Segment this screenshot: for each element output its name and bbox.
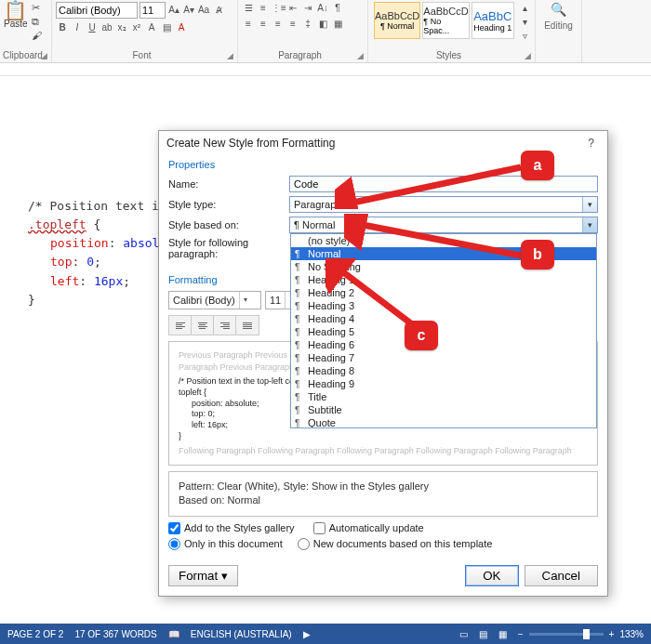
status-language[interactable]: ENGLISH (AUSTRALIA) [191,629,292,639]
read-mode-icon[interactable]: ▭ [459,629,468,639]
create-style-dialog: Create New Style from Formatting ? Prope… [158,130,608,597]
align-right-button[interactable] [214,316,236,335]
shading-icon[interactable]: ◧ [316,18,329,31]
only-this-doc-label: Only in this document [184,538,283,549]
paragraph-dialog-launcher-icon[interactable]: ◢ [357,51,364,60]
zoom-in-button[interactable]: + [609,629,615,639]
formatting-font-combo[interactable]: Calibri (Body)▾ [168,291,261,309]
italic-button[interactable]: I [71,21,84,34]
ok-button[interactable]: OK [465,565,518,586]
status-words[interactable]: 17 OF 367 WORDS [74,629,156,639]
cancel-button[interactable]: Cancel [525,565,599,586]
align-left-icon[interactable]: ≡ [242,18,255,31]
style-type-label: Style type: [168,199,289,210]
style-option[interactable]: ¶Heading 4 [291,312,596,325]
style-option[interactable]: ¶Heading 9 [291,377,596,390]
font-name-combo[interactable] [56,2,138,19]
font-color-icon[interactable]: A [175,21,188,34]
dialog-help-button[interactable]: ? [588,137,600,150]
clipboard-dialog-launcher-icon[interactable]: ◢ [41,51,47,60]
paste-button[interactable]: 📋 Paste [4,2,28,43]
add-to-gallery-checkbox[interactable] [168,522,180,534]
callout-a: a [521,151,554,180]
highlight-icon[interactable]: ▤ [160,21,173,34]
bold-button[interactable]: B [56,21,69,34]
zoom-slider[interactable] [529,633,604,636]
clear-formatting-icon[interactable]: A̷ [212,4,225,17]
style-tile-no-spacing[interactable]: AaBbCcD ¶ No Spac... [422,2,469,39]
style-tile-heading1[interactable]: AaBbC Heading 1 [472,2,514,39]
paragraph-group-label: Paragraph [278,50,322,60]
style-option[interactable]: ¶Quote [291,416,596,428]
align-right-icon[interactable]: ≡ [272,18,285,31]
styles-more-icon[interactable]: ▿ [518,30,531,43]
copy-icon[interactable]: ⧉ [32,16,45,29]
zoom-percent[interactable]: 133% [619,629,644,639]
multilevel-list-icon[interactable]: ⋮≡ [272,2,285,15]
justify-icon[interactable]: ≡ [286,18,299,31]
auto-update-checkbox[interactable] [313,522,326,534]
change-case-icon[interactable]: Aa [197,4,210,17]
ribbon-group-clipboard: 📋 Paste ✂ ⧉ 🖌 Clipboard◢ [0,0,52,62]
ribbon-group-styles: AaBbCcD ¶ Normal AaBbCcD ¶ No Spac... Aa… [368,0,536,62]
macro-icon[interactable]: ▶ [303,629,311,639]
shrink-font-icon[interactable]: A▾ [182,4,195,17]
align-left-button[interactable] [169,316,192,335]
styles-scroll-down-icon[interactable]: ▾ [518,16,531,29]
style-based-on-combo[interactable]: ¶ Normal ▾ (no style)¶Normal¶No Spacing¶… [289,217,598,233]
align-justify-button[interactable] [236,316,259,335]
auto-update-label: Automatically update [329,522,424,533]
style-option[interactable]: ¶Title [291,390,596,403]
numbering-icon[interactable]: ≡ [257,2,270,15]
chevron-down-icon[interactable]: ▾ [239,292,252,309]
proofing-icon[interactable]: 📖 [168,629,179,639]
styles-dialog-launcher-icon[interactable]: ◢ [525,51,531,60]
font-size-combo[interactable] [140,2,166,19]
chevron-down-icon[interactable]: ▾ [582,197,597,212]
align-center-button[interactable] [192,316,214,335]
styles-scroll-up-icon[interactable]: ▴ [518,2,531,15]
name-label: Name: [168,178,289,190]
increase-indent-icon[interactable]: ⇥ [301,2,314,15]
web-layout-icon[interactable]: ▦ [498,629,507,639]
new-docs-radio[interactable] [298,538,310,550]
style-option[interactable]: ¶Heading 3 [291,299,596,312]
ribbon-group-editing: 🔍 Editing [536,0,582,62]
print-layout-icon[interactable]: ▤ [479,629,487,639]
only-this-doc-radio[interactable] [168,538,180,550]
style-option[interactable]: ¶Heading 5 [291,325,596,338]
style-option[interactable]: ¶Heading 8 [291,364,596,377]
style-description: Pattern: Clear (White), Style: Show in t… [168,471,598,517]
ribbon-group-paragraph: ☰ ≡ ⋮≡ ⇤ ⇥ A↓ ¶ ≡ ≡ ≡ ≡ ‡ ◧ ▦ Paragraph◢ [238,0,368,62]
decrease-indent-icon[interactable]: ⇤ [286,2,299,15]
status-page[interactable]: PAGE 2 OF 2 [7,629,63,639]
ribbon-group-font: A▴ A▾ Aa A̷ B I U ab x₂ x² A ▤ A Font◢ [52,0,238,62]
align-center-icon[interactable]: ≡ [257,18,270,31]
format-menu-button[interactable]: Format ▾ [168,565,238,586]
zoom-out-button[interactable]: − [518,629,524,639]
format-painter-icon[interactable]: 🖌 [32,30,45,43]
chevron-down-icon[interactable]: ▾ [582,217,597,232]
grow-font-icon[interactable]: A▴ [167,4,180,17]
underline-button[interactable]: U [86,21,99,34]
sort-icon[interactable]: A↓ [316,2,329,15]
style-option[interactable]: ¶Heading 7 [291,351,596,364]
strikethrough-button[interactable]: ab [100,21,113,34]
superscript-button[interactable]: x² [130,21,143,34]
style-option[interactable]: ¶Heading 2 [291,286,596,299]
subscript-button[interactable]: x₂ [115,21,128,34]
style-option[interactable]: ¶Subtitle [291,403,596,416]
font-dialog-launcher-icon[interactable]: ◢ [227,51,233,60]
style-tile-normal[interactable]: AaBbCcD ¶ Normal [374,2,420,39]
style-type-combo[interactable]: Paragraph ▾ [289,196,598,213]
cut-icon[interactable]: ✂ [32,2,45,15]
borders-icon[interactable]: ▦ [331,18,344,31]
clipboard-icon: 📋 [4,2,28,19]
find-icon[interactable]: 🔍 [539,2,578,17]
show-marks-icon[interactable]: ¶ [331,2,344,15]
style-option[interactable]: ¶Heading 6 [291,338,596,351]
style-option[interactable]: ¶Heading 1 [291,273,596,286]
text-effects-icon[interactable]: A [145,21,158,34]
line-spacing-icon[interactable]: ‡ [301,18,314,31]
bullets-icon[interactable]: ☰ [242,2,255,15]
